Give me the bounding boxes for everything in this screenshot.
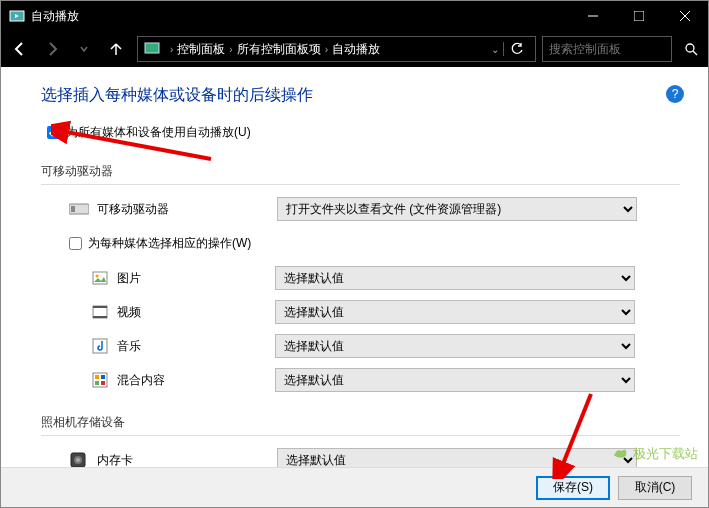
removable-drive-icon (69, 201, 89, 217)
music-select[interactable]: 选择默认值 (275, 334, 635, 358)
svg-rect-18 (95, 375, 99, 379)
videos-select[interactable]: 选择默认值 (275, 300, 635, 324)
up-button[interactable] (101, 34, 131, 64)
videos-icon (91, 303, 109, 321)
close-button[interactable] (662, 1, 708, 31)
forward-button[interactable] (37, 34, 67, 64)
memory-card-row: 内存卡 选择默认值 (69, 448, 680, 467)
chevron-right-icon: › (325, 44, 328, 55)
music-label: 音乐 (117, 338, 275, 355)
chevron-right-icon: › (229, 44, 232, 55)
chevron-down-icon[interactable]: ⌄ (491, 44, 499, 55)
chevron-right-icon: › (170, 44, 173, 55)
svg-rect-3 (634, 11, 644, 21)
pictures-icon (91, 269, 109, 287)
svg-line-8 (693, 51, 697, 55)
svg-point-12 (96, 275, 99, 278)
navbar: › 控制面板 › 所有控制面板项 › 自动播放 ⌄ (1, 31, 708, 67)
save-button[interactable]: 保存(S) (536, 476, 610, 500)
minimize-button[interactable] (570, 1, 616, 31)
svg-rect-11 (93, 272, 107, 284)
per-media-label: 为每种媒体选择相应的操作(W) (88, 235, 251, 252)
videos-label: 视频 (117, 304, 275, 321)
svg-rect-15 (93, 316, 107, 318)
maximize-button[interactable] (616, 1, 662, 31)
master-autoplay-label: 为所有媒体和设备使用自动播放(U) (66, 124, 251, 141)
content-area: ? 选择插入每种媒体或设备时的后续操作 为所有媒体和设备使用自动播放(U) 可移… (1, 67, 708, 467)
app-icon (9, 8, 25, 24)
search-box[interactable] (542, 36, 672, 62)
titlebar: 自动播放 (1, 1, 708, 31)
svg-rect-21 (101, 381, 105, 385)
music-row: 音乐 选择默认值 (91, 334, 680, 358)
svg-rect-19 (101, 375, 105, 379)
pictures-row: 图片 选择默认值 (91, 266, 680, 290)
svg-rect-10 (71, 206, 75, 212)
mixed-icon (91, 371, 109, 389)
cancel-button[interactable]: 取消(C) (618, 476, 692, 500)
master-autoplay-checkbox-row[interactable]: 为所有媒体和设备使用自动播放(U) (47, 124, 680, 141)
refresh-button[interactable] (503, 42, 529, 56)
section-camera-label: 照相机存储设备 (41, 414, 680, 431)
page-title: 选择插入每种媒体或设备时的后续操作 (41, 85, 680, 106)
svg-point-7 (686, 44, 694, 52)
mixed-select[interactable]: 选择默认值 (275, 368, 635, 392)
memory-card-label: 内存卡 (97, 452, 277, 468)
breadcrumb[interactable]: › 控制面板 › 所有控制面板项 › 自动播放 ⌄ (137, 36, 536, 62)
section-separator (41, 184, 680, 185)
videos-row: 视频 选择默认值 (91, 300, 680, 324)
search-input[interactable] (549, 42, 665, 56)
master-autoplay-checkbox[interactable] (47, 126, 60, 139)
pictures-label: 图片 (117, 270, 275, 287)
back-button[interactable] (5, 34, 35, 64)
removable-drive-label: 可移动驱动器 (97, 201, 277, 218)
music-icon (91, 337, 109, 355)
svg-rect-6 (145, 43, 159, 53)
search-button[interactable] (678, 36, 704, 62)
memory-card-icon (69, 452, 89, 467)
svg-point-24 (76, 458, 80, 462)
section-separator (41, 435, 680, 436)
per-media-checkbox[interactable] (69, 237, 82, 250)
help-icon[interactable]: ? (666, 85, 684, 103)
control-panel-icon (144, 40, 162, 58)
footer: 保存(S) 取消(C) (1, 467, 708, 507)
pictures-select[interactable]: 选择默认值 (275, 266, 635, 290)
mixed-row: 混合内容 选择默认值 (91, 368, 680, 392)
removable-drive-row: 可移动驱动器 打开文件夹以查看文件 (文件资源管理器) (69, 197, 680, 221)
window-title: 自动播放 (31, 8, 570, 25)
removable-drive-select[interactable]: 打开文件夹以查看文件 (文件资源管理器) (277, 197, 637, 221)
breadcrumb-leaf[interactable]: 自动播放 (332, 41, 380, 58)
memory-card-select[interactable]: 选择默认值 (277, 448, 637, 467)
per-media-checkbox-row[interactable]: 为每种媒体选择相应的操作(W) (69, 235, 680, 252)
breadcrumb-root[interactable]: 控制面板 (177, 41, 225, 58)
section-removable-label: 可移动驱动器 (41, 163, 680, 180)
svg-rect-20 (95, 381, 99, 385)
breadcrumb-mid[interactable]: 所有控制面板项 (237, 41, 321, 58)
mixed-label: 混合内容 (117, 372, 275, 389)
svg-rect-14 (93, 306, 107, 308)
recent-dropdown[interactable] (69, 34, 99, 64)
